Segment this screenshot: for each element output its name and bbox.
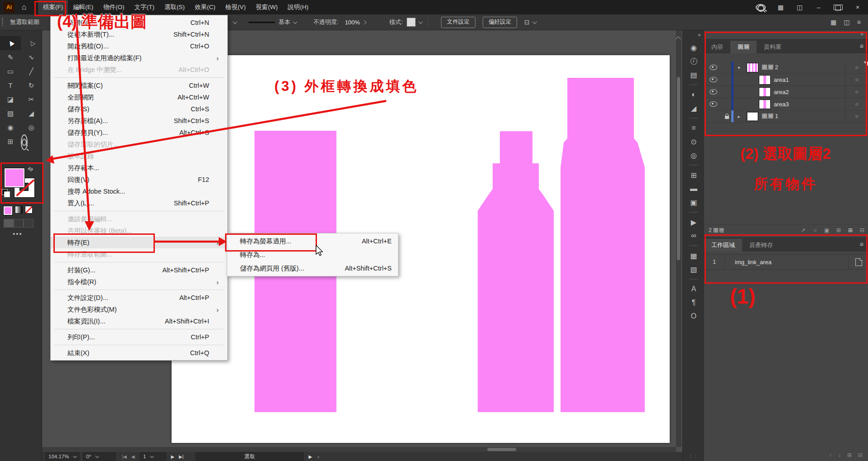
zoom-level-dropdown[interactable]: 104.17% bbox=[45, 452, 79, 461]
layer-name[interactable]: 圖層 2 bbox=[762, 63, 845, 71]
minimize-icon[interactable]: – bbox=[815, 4, 823, 11]
file-menu-item[interactable]: 版本記錄 bbox=[51, 150, 227, 162]
artboard-panel-menu-icon[interactable]: ≡ bbox=[860, 241, 863, 248]
vertical-scrollbar[interactable] bbox=[676, 30, 681, 447]
artboard-page-icon[interactable] bbox=[849, 255, 868, 269]
style-chevron-icon[interactable] bbox=[418, 19, 423, 24]
visibility-toggle[interactable] bbox=[704, 77, 722, 82]
artboard-number-dropdown[interactable]: 1 bbox=[140, 452, 166, 461]
workspace-switch-icon[interactable]: ◫ bbox=[844, 19, 850, 26]
curvature-tool[interactable]: ∿ bbox=[21, 50, 42, 64]
file-menu-item[interactable]: 另存新檔(A)... Shift+Ctrl+S bbox=[51, 115, 227, 127]
blend-tool[interactable]: ◉ bbox=[0, 120, 21, 134]
paragraph-styles-icon[interactable]: ¶ bbox=[683, 296, 705, 309]
collapse-dock-icon[interactable]: « bbox=[698, 32, 701, 38]
menubar-item[interactable]: 文字(T) bbox=[129, 0, 159, 14]
pen-tool[interactable]: ✎ bbox=[0, 50, 21, 64]
first-artboard-icon[interactable]: |◀ bbox=[122, 454, 126, 459]
document-setup-button[interactable]: 文件設定 bbox=[441, 17, 475, 28]
search-icon[interactable] bbox=[756, 4, 766, 11]
align-icon[interactable]: ▬ bbox=[683, 182, 705, 195]
menubar-item[interactable]: 物件(O) bbox=[98, 0, 129, 14]
color-icon[interactable]: ◐ bbox=[683, 88, 705, 101]
stroke-icon[interactable]: ≡ bbox=[683, 121, 705, 135]
file-menu-item[interactable] bbox=[51, 260, 227, 264]
file-menu-item[interactable]: 儲存拷貝(Y)... Alt+Ctrl+S bbox=[51, 127, 227, 138]
scissors-tool[interactable]: ✂ bbox=[21, 92, 42, 106]
transparency-icon[interactable]: ⊙ bbox=[683, 135, 705, 148]
expand-dock-icon[interactable]: » bbox=[860, 31, 863, 37]
menubar-item[interactable]: 檢視(V) bbox=[221, 0, 251, 14]
eyedropper-tool[interactable]: ◢ bbox=[21, 106, 42, 120]
target-circle-icon[interactable]: ○ bbox=[845, 62, 868, 73]
panel-tab[interactable]: 內容 bbox=[704, 41, 730, 53]
file-menu-item[interactable]: 開啟舊檔(O)... Ctrl+O bbox=[51, 40, 227, 52]
locate-object-icon[interactable]: ○ bbox=[809, 227, 821, 233]
workspace-grid-icon[interactable]: ▦ bbox=[777, 4, 785, 11]
file-menu-item[interactable]: 邀請參與編輯... bbox=[51, 213, 227, 225]
new-artboard-icon[interactable]: ⊞ bbox=[847, 452, 852, 458]
rectangle-tool[interactable]: ▭ bbox=[0, 64, 21, 78]
arrange-documents-icon[interactable]: ◫ bbox=[796, 4, 804, 11]
direct-selection-tool[interactable] bbox=[21, 36, 42, 50]
menubar-item[interactable]: 編輯(E) bbox=[68, 0, 98, 14]
file-menu-item[interactable]: 列印(P)... Ctrl+P bbox=[51, 331, 227, 343]
eraser-tool[interactable]: ◪ bbox=[0, 92, 21, 106]
layer-thumbnail[interactable] bbox=[747, 63, 758, 72]
layer-name[interactable]: area3 bbox=[774, 101, 845, 108]
character-styles-icon[interactable]: A bbox=[683, 282, 705, 296]
menubar-item[interactable]: 選取(S) bbox=[159, 0, 190, 14]
preferences-button[interactable]: 偏好設定 bbox=[483, 17, 517, 28]
file-menu-item[interactable]: 儲存(S) Ctrl+S bbox=[51, 103, 227, 115]
move-up-icon[interactable]: ↑ bbox=[829, 452, 832, 458]
layer-thumbnail[interactable] bbox=[759, 88, 770, 96]
scroll-left-icon[interactable]: ‹ bbox=[317, 453, 319, 460]
draw-inside-button[interactable] bbox=[24, 219, 34, 228]
panel-tab[interactable]: 資產轉存 bbox=[742, 239, 780, 252]
arrange-icon[interactable]: ▦ bbox=[830, 19, 836, 26]
file-menu-item[interactable] bbox=[51, 288, 227, 292]
file-menu-item[interactable]: 文件設定(D)... Alt+Ctrl+P bbox=[51, 292, 227, 304]
file-menu-item[interactable]: 共用以供審核 (Beta)... bbox=[51, 225, 227, 237]
shape-builder-tool[interactable]: ◎ bbox=[21, 120, 42, 134]
artboard-tool[interactable]: ⊞ bbox=[0, 134, 21, 148]
lock-toggle[interactable] bbox=[722, 114, 731, 119]
target-circle-icon[interactable]: ○ bbox=[845, 110, 868, 122]
menubar-item[interactable]: 檔案(F) bbox=[38, 0, 68, 14]
gradient-icon[interactable]: ◢ bbox=[683, 101, 705, 115]
actions-icon[interactable]: ▶ bbox=[683, 215, 705, 229]
file-menu-item[interactable] bbox=[51, 327, 227, 331]
opacity-expand-icon[interactable] bbox=[362, 20, 366, 24]
artboards-icon[interactable]: ▦ bbox=[683, 249, 705, 262]
draw-behind-button[interactable] bbox=[14, 219, 24, 228]
file-menu-item[interactable]: 儲存選取的切片... bbox=[51, 138, 227, 150]
isolate-icon[interactable]: ⊡ bbox=[524, 19, 530, 26]
maximize-icon[interactable] bbox=[834, 5, 843, 10]
expand-chevron-icon[interactable] bbox=[734, 65, 743, 70]
visibility-toggle[interactable] bbox=[704, 101, 722, 107]
target-circle-icon[interactable]: ○ bbox=[845, 86, 868, 98]
new-sublayer-icon[interactable]: ⊞ bbox=[833, 227, 844, 233]
fill-color-swatch[interactable] bbox=[5, 168, 24, 187]
next-artboard-icon[interactable]: ▶ bbox=[171, 454, 174, 459]
last-artboard-icon[interactable]: ▶| bbox=[179, 454, 183, 459]
export-submenu-item[interactable]: 轉存為... bbox=[227, 248, 398, 261]
panel-tab[interactable]: 工作區域 bbox=[704, 239, 742, 252]
strip-overflow-icon[interactable]: ⋮⋮ bbox=[683, 453, 705, 458]
file-menu-item[interactable]: 轉存(E) › bbox=[51, 237, 227, 248]
file-menu-item[interactable]: 結束(X) Ctrl+Q bbox=[51, 347, 227, 359]
artboard-name[interactable]: img_link_area bbox=[725, 259, 849, 266]
move-down-icon[interactable]: ↓ bbox=[838, 452, 841, 458]
info-icon[interactable]: i bbox=[683, 54, 705, 68]
file-menu-item[interactable]: 從範本新增(T)... Shift+Ctrl+N bbox=[51, 29, 227, 40]
visibility-toggle[interactable] bbox=[704, 89, 722, 95]
圖層 1[interactable]: 圖層 1 ○ bbox=[704, 110, 868, 123]
pink-bottle-shape-1[interactable] bbox=[478, 131, 554, 412]
file-menu-item[interactable]: 打開最近使用過的檔案(F) › bbox=[51, 52, 227, 64]
layer-thumbnail[interactable] bbox=[747, 112, 758, 121]
default-fill-stroke-icon[interactable] bbox=[2, 189, 8, 195]
menubar-item[interactable]: 效果(C) bbox=[190, 0, 221, 14]
file-menu-item[interactable]: 文件色彩模式(M) › bbox=[51, 304, 227, 315]
layer-name[interactable]: area2 bbox=[774, 89, 845, 95]
illustrator-logo-icon[interactable]: Ai bbox=[4, 2, 14, 13]
